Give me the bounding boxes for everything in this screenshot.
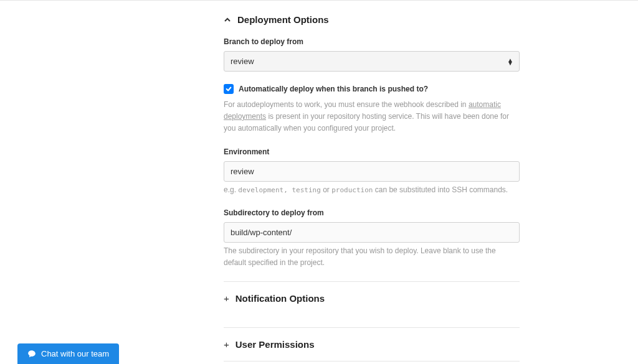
chat-widget[interactable]: Chat with our team: [17, 343, 119, 364]
notification-options-title: Notification Options: [236, 293, 325, 304]
deployment-options-title: Deployment Options: [237, 14, 329, 25]
plus-icon: +: [224, 293, 229, 304]
notification-options-header[interactable]: + Notification Options: [224, 282, 520, 315]
autodeploy-checkbox[interactable]: [224, 84, 234, 94]
subdirectory-help: The subdirectory in your repository that…: [224, 245, 520, 269]
plus-icon: +: [224, 339, 229, 350]
environment-field-group: Environment e.g. development, testing or…: [224, 147, 520, 196]
chat-icon: [27, 350, 36, 358]
autodeploy-label[interactable]: Automatically deploy when this branch is…: [239, 85, 428, 93]
autodeploy-field-group: Automatically deploy when this branch is…: [224, 84, 520, 135]
environment-label: Environment: [224, 147, 520, 156]
branch-field-group: Branch to deploy from review ▲▼: [224, 37, 520, 72]
autodeploy-help: For autodeployments to work, you must en…: [224, 99, 520, 135]
subdirectory-field-group: Subdirectory to deploy from The subdirec…: [224, 208, 520, 269]
branch-label: Branch to deploy from: [224, 37, 520, 46]
chevron-up-icon: [224, 16, 231, 24]
user-permissions-header[interactable]: + User Permissions: [224, 328, 520, 361]
user-permissions-title: User Permissions: [236, 339, 315, 350]
subdirectory-input[interactable]: [224, 222, 520, 243]
branch-select[interactable]: review: [224, 51, 520, 72]
deployment-options-header[interactable]: Deployment Options: [224, 14, 520, 25]
chat-label: Chat with our team: [41, 349, 109, 358]
environment-input[interactable]: [224, 161, 520, 182]
environment-help: e.g. development, testing or production …: [224, 184, 520, 196]
subdirectory-label: Subdirectory to deploy from: [224, 208, 520, 217]
